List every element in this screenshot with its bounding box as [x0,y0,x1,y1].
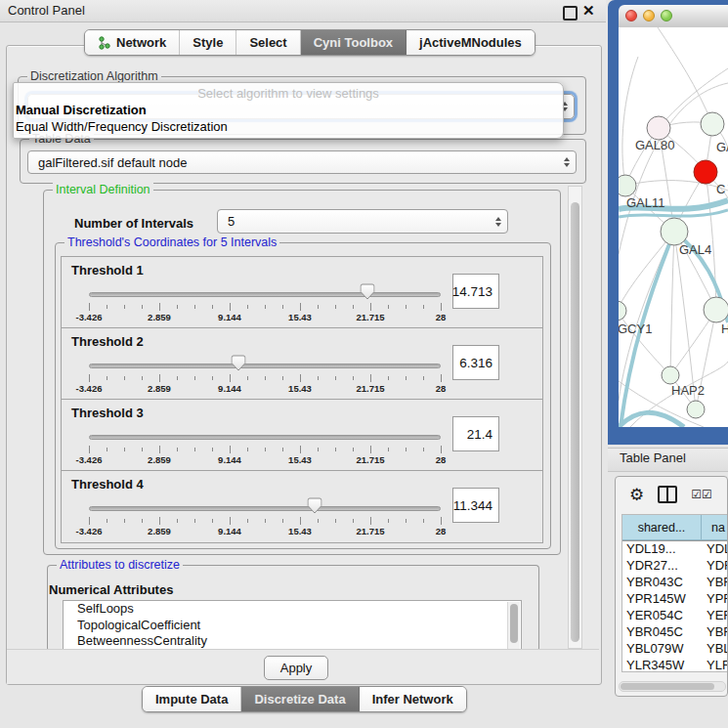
tab-impute-data[interactable]: Impute Data [143,687,241,711]
dropdown-placeholder-item[interactable]: Select algorithm to view settings [14,86,563,101]
threshold-2-value-field[interactable]: 6.316 [452,345,499,380]
combo-arrows-icon [495,217,501,227]
tab-network-label: Network [116,35,166,50]
cell[interactable]: YDR27... [622,558,701,575]
select-columns-icon[interactable]: ☑☑ [691,488,712,501]
cell[interactable]: YBR0 [701,624,728,641]
node-label: GA [716,140,728,154]
tab-network[interactable]: Network [85,30,180,55]
cell[interactable]: YBR045C [622,624,701,641]
threshold-1-value-field[interactable]: 14.713 [452,274,499,309]
threshold-1-slider[interactable] [89,292,441,297]
column-header-name[interactable]: na [702,515,728,540]
node-label: GAL11 [626,195,665,210]
tab-select-label: Select [249,35,286,50]
threshold-1-slider-thumb[interactable] [361,283,375,300]
tab-jactivemnodules[interactable]: jActiveMNodules [407,30,535,55]
threshold-2-slider[interactable] [89,364,441,368]
tick-label: 21.715 [356,383,384,394]
tab-cyni-toolbox[interactable]: Cyni Toolbox [301,30,407,55]
threshold-2-slider-thumb[interactable] [231,355,245,371]
node-gal11[interactable] [619,175,636,196]
table-row[interactable]: YLR345WYLR3 [622,658,728,672]
panel-scrollbar[interactable] [568,186,582,649]
tick-label: 28 [436,383,447,394]
table-row[interactable]: YER054CYER0 [622,608,728,624]
threshold-3-label: Threshold 3 [71,406,144,420]
cell[interactable]: YBR0 [701,575,728,591]
cell[interactable]: YER054C [622,608,701,624]
tab-style[interactable]: Style [180,30,236,55]
cell[interactable]: YBL0 [701,641,728,658]
list-item[interactable]: TopologicalCoefficient [64,618,521,634]
node-gal4[interactable] [661,218,688,245]
threshold-1-ticks [89,303,441,312]
node-selected-red[interactable] [694,160,717,184]
table-row[interactable]: YDR27...YDR2 [622,558,728,575]
close-traffic-light-icon[interactable] [625,10,637,21]
node-gal-partial[interactable] [701,112,724,136]
node-label: GAL80 [635,138,674,152]
network-icon [98,36,111,50]
list-item[interactable]: SelfLoops [64,601,521,618]
zoom-traffic-light-icon[interactable] [661,10,672,21]
table-row[interactable]: YDL19...YDL1 [622,541,728,558]
tab-infer-network[interactable]: Infer Network [360,687,466,711]
tab-select[interactable]: Select [236,30,300,55]
node-bottom[interactable] [687,401,705,418]
close-icon[interactable]: ✕ [582,2,595,20]
apply-button[interactable]: Apply [264,656,328,680]
cell[interactable]: YBR043C [622,575,701,591]
tab-discretize-data[interactable]: Discretize Data [241,687,359,711]
cell[interactable]: YLR345W [622,658,701,672]
table-horizontal-scrollbar[interactable] [619,681,726,692]
tab-infer-network-label: Infer Network [372,692,453,707]
cell[interactable]: YDL19... [622,541,701,558]
cell[interactable]: YDR2 [701,558,728,575]
float-window-icon[interactable] [563,6,578,21]
node-hap2[interactable] [662,366,679,384]
node-h-partial[interactable] [704,297,728,322]
threshold-2-row: Threshold 2 -3.426 2.859 9.144 15.43 21.… [62,328,542,400]
threshold-1-row: Threshold 1 -3.426 2.859 9.144 15.43 21.… [62,257,542,328]
tick-label: 2.859 [148,383,171,394]
cell[interactable]: YER0 [701,608,728,624]
threshold-3-value-field[interactable]: 21.4 [452,416,499,451]
tick-label: 9.144 [218,454,241,465]
threshold-4-value-field[interactable]: 11.344 [452,488,499,523]
list-item[interactable]: BetweennessCentrality [64,633,521,650]
thresholds-container: Threshold 1 -3.426 2.859 9.144 15.43 21.… [61,256,543,543]
node-gcy1[interactable] [619,301,626,321]
tick-label: 15.43 [288,383,312,394]
threshold-3-tick-labels: -3.426 2.859 9.144 15.43 21.715 28 [89,454,441,466]
cell[interactable]: YLR3 [701,658,728,672]
threshold-4-slider-thumb[interactable] [308,497,322,514]
threshold-3-slider[interactable] [89,435,441,440]
table-row[interactable]: YBR043CYBR0 [622,575,728,591]
table-row[interactable]: YBR045CYBR0 [622,624,728,641]
cell[interactable]: YBL079W [622,641,701,658]
discretization-algorithm-group-title: Discretization Algorithm [27,69,161,83]
gear-icon[interactable]: ⚙ [629,487,644,503]
table-row[interactable]: YBL079WYBL0 [622,641,728,658]
minimize-traffic-light-icon[interactable] [643,10,655,21]
split-columns-icon[interactable] [658,486,677,503]
panel-scrollbar-thumb[interactable] [571,202,579,642]
number-of-intervals-select[interactable]: 5 [217,209,508,234]
threshold-4-slider[interactable] [89,506,441,511]
column-header-shared-name[interactable]: shared... [622,515,702,540]
dropdown-option-equal-width[interactable]: Equal Width/Frequency Discretization [16,119,228,134]
cell[interactable]: YDL1 [701,541,728,558]
table-row[interactable]: YPR145WYPR1 [622,591,728,608]
node-gal80[interactable] [647,116,670,140]
dropdown-option-manual[interactable]: Manual Discretization [16,103,147,117]
table-data-select[interactable]: galFiltered.sif default node [27,150,577,174]
numerical-attributes-list: SelfLoops TopologicalCoefficient Between… [63,600,522,651]
network-view-canvas[interactable]: GAL80 GA C GAL11 GAL4 GCY1 H HAP2 [619,27,728,427]
cell[interactable]: YPR145W [622,591,701,608]
list-scrollbar[interactable] [507,602,520,649]
table-data-value: galFiltered.sif default node [38,155,187,170]
tick-label: 28 [436,312,447,322]
cell[interactable]: YPR1 [701,591,728,608]
threshold-2-tick-labels: -3.426 2.859 9.144 15.43 21.715 28 [89,383,441,395]
